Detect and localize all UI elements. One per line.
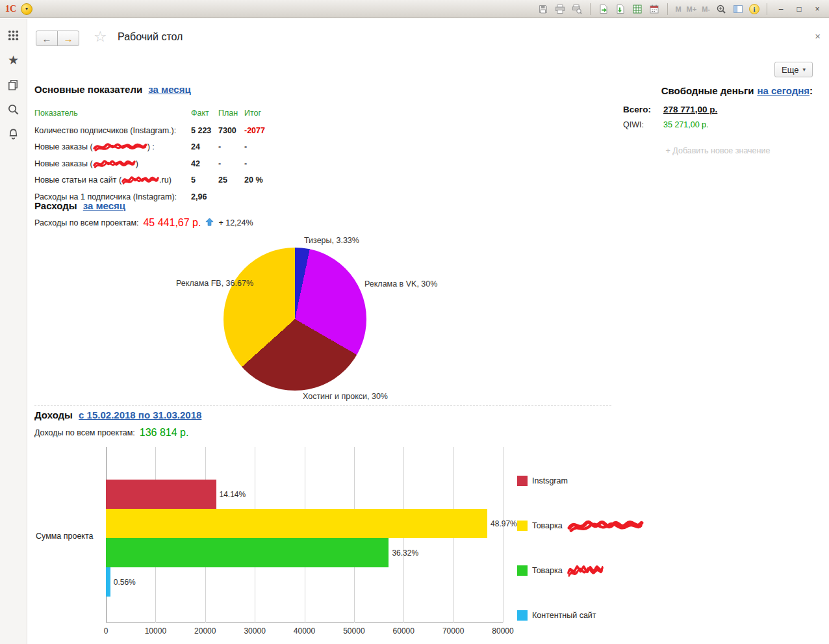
column-header: Факт	[191, 109, 218, 118]
expenses-summary-label: Расходы по всем проектам:	[34, 218, 138, 227]
indicators-table: Показатель Факт План Итог Количество под…	[34, 107, 320, 205]
incomes-summary: Доходы по всем проектам: 136 814 р.	[34, 427, 188, 439]
history-pages-icon[interactable]	[6, 77, 21, 92]
bar-percent-label: 48.97%	[491, 519, 517, 528]
x-tick-label: 40000	[294, 626, 315, 636]
legend-swatch	[517, 610, 528, 621]
bar-segment	[106, 538, 389, 567]
indicator-fact: 5	[191, 175, 218, 185]
free-money-title: Свободные деньги	[661, 85, 754, 96]
back-button[interactable]: ←	[36, 31, 58, 46]
toolbar-divider	[767, 3, 767, 15]
info-icon[interactable]: i	[749, 4, 759, 14]
expenses-period-link[interactable]: за месяц	[83, 200, 125, 211]
legend-swatch	[517, 521, 528, 531]
redaction-scribble	[93, 158, 136, 170]
incomes-title: Доходы	[34, 409, 73, 420]
indicators-header-row: Показатель Факт План Итог	[34, 107, 320, 120]
column-header: Показатель	[34, 109, 191, 118]
indicators-heading: Основные показатели за месяц	[34, 84, 191, 95]
minimize-button[interactable]: –	[774, 3, 787, 15]
indicator-result: 20 %	[244, 175, 291, 185]
x-tick-label: 50000	[343, 626, 364, 636]
indicator-fact: 2,96	[191, 192, 218, 201]
free-money-heading: Свободные деньгина сегодня:	[623, 85, 813, 96]
free-money-period-link[interactable]: на сегодня	[757, 85, 810, 96]
section-separator	[34, 405, 611, 406]
legend-label: Контентный сайт	[532, 611, 596, 620]
bar-row: 36.32%	[106, 538, 561, 567]
main-menu-button[interactable]: ▾	[21, 3, 32, 15]
redaction-scribble	[93, 141, 147, 153]
legend-item: Товарка	[517, 517, 644, 534]
pie-slice-label: Реклама в VK, 30%	[364, 279, 437, 289]
calc-memory-m[interactable]: M	[675, 5, 681, 13]
forward-button[interactable]: →	[57, 31, 79, 46]
calendar-icon[interactable]	[648, 3, 660, 15]
notifications-bell-icon[interactable]	[6, 127, 21, 141]
indicators-period-link[interactable]: за месяц	[148, 84, 190, 95]
print-preview-icon[interactable]	[571, 3, 583, 15]
split-window-icon[interactable]	[732, 3, 744, 15]
column-header: План	[218, 109, 244, 118]
x-tick-label: 30000	[244, 626, 265, 636]
free-money-panel: Свободные деньгина сегодня: Всего: 278 7…	[623, 85, 813, 155]
account-value: 35 271,00 р.	[663, 120, 709, 129]
zoom-in-icon[interactable]	[715, 3, 727, 15]
account-label: QIWI:	[623, 120, 663, 129]
x-tick-label: 70000	[442, 626, 464, 636]
indicator-row: Количество подписчиков (Instagram.):5 22…	[34, 122, 320, 139]
indicators-title: Основные показатели	[34, 84, 142, 95]
calc-memory-m-minus[interactable]: M-	[702, 5, 710, 13]
more-button[interactable]: Еще ▾	[774, 62, 813, 77]
indicator-label: Количество подписчиков (Instagram.):	[34, 126, 191, 135]
indicator-fact: 24	[191, 142, 218, 151]
close-window-button[interactable]: ×	[811, 3, 824, 15]
legend-item: Товарка	[517, 562, 604, 579]
save-icon[interactable]	[537, 3, 549, 15]
indicator-plan: 25	[218, 175, 244, 185]
x-tick-label: 80000	[492, 626, 513, 636]
close-page-icon[interactable]: ×	[815, 31, 821, 42]
trend-up-arrow-icon	[205, 218, 214, 228]
x-tick-label: 60000	[393, 626, 414, 636]
maximize-button[interactable]: □	[793, 3, 806, 15]
chevron-down-icon: ▾	[802, 66, 806, 73]
favorites-star-icon[interactable]: ★	[6, 53, 21, 67]
incomes-summary-value: 136 814 р.	[140, 427, 189, 439]
legend-swatch	[517, 476, 528, 486]
legend-label: Instsgram	[532, 476, 568, 485]
indicator-result: -2077	[244, 126, 291, 135]
x-tick-label: 20000	[194, 626, 216, 636]
spreadsheet-icon[interactable]	[631, 3, 643, 15]
export-file-icon[interactable]	[598, 3, 609, 15]
expenses-heading: Расходы за месяц	[34, 200, 125, 211]
import-file-icon[interactable]	[615, 3, 626, 15]
grid-menu-icon[interactable]	[6, 28, 21, 42]
pie-slice-label: Реклама FB, 36.67%	[144, 279, 253, 288]
column-header: Итог	[244, 109, 291, 118]
add-value-link[interactable]: + Добавить новое значение	[623, 146, 813, 155]
indicator-plan: -	[218, 142, 244, 151]
total-label: Всего:	[623, 105, 663, 114]
window-titlebar: 1С ▾ M M+ M- i – □ ×	[0, 0, 829, 18]
search-icon[interactable]	[6, 102, 21, 116]
incomes-period-link[interactable]: с 15.02.2018 по 31.03.2018	[79, 409, 201, 420]
indicator-row: Новые заказы ()42--	[34, 155, 320, 172]
print-icon[interactable]	[554, 3, 566, 15]
bar-percent-label: 0.56%	[114, 578, 136, 587]
desktop-page: ← → ☆ Рабочий стол × Еще ▾ Основные пока…	[28, 19, 829, 644]
pie-slice-label: Хостинг и прокси, 30%	[303, 392, 388, 401]
bar-percent-label: 14.14%	[220, 490, 246, 499]
favorite-star-icon[interactable]: ☆	[94, 28, 107, 45]
legend-swatch	[517, 565, 528, 576]
bar-row: 14.14%	[106, 480, 561, 509]
bar-segment	[106, 480, 216, 509]
total-value[interactable]: 278 771,00 р.	[663, 105, 717, 114]
tool-sidebar: ★	[0, 19, 27, 644]
legend-item: Instsgram	[517, 472, 568, 489]
free-money-total-row: Всего: 278 771,00 р.	[623, 105, 813, 114]
info-glyph: i	[753, 5, 755, 13]
forward-arrow-icon: →	[64, 33, 73, 44]
calc-memory-m-plus[interactable]: M+	[687, 5, 697, 13]
